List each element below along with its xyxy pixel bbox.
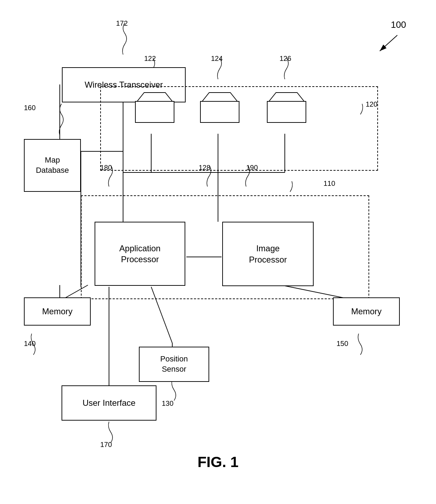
ref-120: 120: [366, 100, 377, 108]
ref-128: 128: [199, 164, 210, 172]
application-processor-box: ApplicationProcessor: [95, 222, 185, 286]
ref-150: 150: [336, 340, 348, 348]
memory-left-box: Memory: [24, 297, 91, 326]
svg-rect-28: [267, 101, 306, 122]
position-sensor-box: PositionSensor: [139, 347, 209, 382]
ref-172: 172: [116, 19, 128, 27]
user-interface-box: User Interface: [62, 385, 156, 421]
ref-100: 100: [391, 19, 406, 30]
svg-marker-25: [202, 93, 237, 101]
ref-180: 180: [100, 164, 112, 172]
figure-label: FIG. 1: [198, 454, 239, 471]
ref-124: 124: [211, 55, 223, 63]
ref-140: 140: [24, 340, 36, 348]
svg-rect-24: [135, 101, 174, 122]
ref-130: 130: [162, 399, 173, 408]
map-database-box: MapDatabase: [24, 139, 81, 192]
ref-190: 190: [246, 164, 258, 172]
svg-line-1: [380, 35, 397, 51]
svg-marker-27: [269, 93, 304, 101]
ref-110: 110: [323, 179, 335, 188]
ref-160: 160: [24, 104, 36, 112]
ref-122: 122: [144, 55, 156, 63]
ref-126: 126: [280, 55, 291, 63]
ref-170: 170: [100, 441, 112, 449]
image-processor-box: ImageProcessor: [222, 222, 314, 286]
camera-3: [262, 91, 311, 124]
svg-rect-26: [200, 101, 239, 122]
camera-2: [195, 91, 244, 124]
diagram: 100 Wireless Transceiver 172 MapDatabase…: [0, 0, 436, 504]
camera-1: [130, 91, 179, 124]
svg-marker-23: [137, 93, 172, 101]
memory-right-box: Memory: [333, 297, 400, 326]
